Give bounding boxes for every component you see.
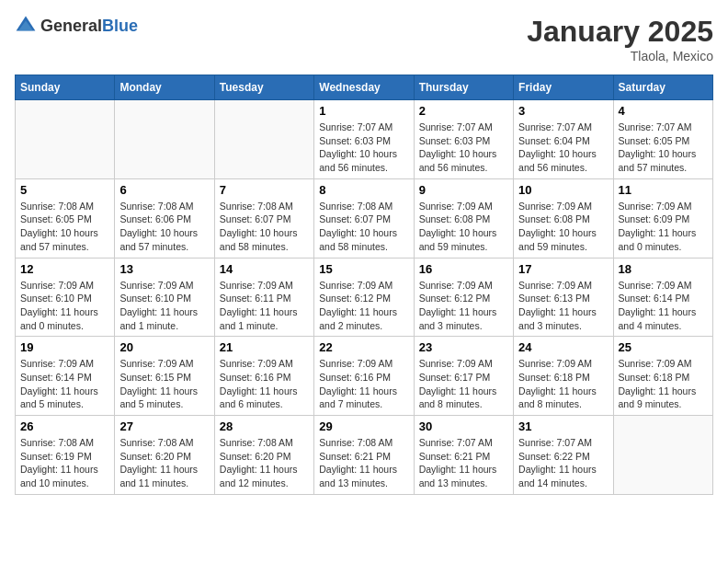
day-number: 7: [220, 183, 309, 197]
page-header: GeneralBlue January 2025 Tlaola, Mexico: [15, 15, 713, 63]
day-cell-9: 9Sunrise: 7:09 AMSunset: 6:08 PMDaylight…: [414, 178, 513, 258]
logo-text-general: General: [40, 17, 102, 35]
week-row-1: 1Sunrise: 7:07 AMSunset: 6:03 PMDaylight…: [16, 100, 713, 179]
day-number: 28: [220, 419, 309, 433]
day-number: 18: [619, 262, 708, 276]
day-cell-21: 21Sunrise: 7:09 AMSunset: 6:16 PMDayligh…: [214, 337, 313, 416]
day-info: Sunrise: 7:07 AMSunset: 6:03 PMDaylight:…: [419, 121, 508, 175]
day-number: 24: [518, 340, 608, 354]
day-info: Sunrise: 7:09 AMSunset: 6:10 PMDaylight:…: [119, 279, 209, 333]
day-cell-31: 31Sunrise: 7:07 AMSunset: 6:22 PMDayligh…: [514, 416, 613, 495]
empty-cell: [214, 100, 313, 179]
day-info: Sunrise: 7:09 AMSunset: 6:16 PMDaylight:…: [319, 357, 408, 411]
day-cell-16: 16Sunrise: 7:09 AMSunset: 6:12 PMDayligh…: [414, 258, 513, 337]
logo-text-blue: Blue: [102, 17, 138, 35]
day-info: Sunrise: 7:09 AMSunset: 6:10 PMDaylight:…: [20, 279, 109, 333]
logo-icon: [15, 15, 37, 37]
day-info: Sunrise: 7:08 AMSunset: 6:19 PMDaylight:…: [20, 436, 109, 490]
day-info: Sunrise: 7:09 AMSunset: 6:12 PMDaylight:…: [419, 279, 508, 333]
day-info: Sunrise: 7:09 AMSunset: 6:18 PMDaylight:…: [518, 357, 608, 411]
day-info: Sunrise: 7:07 AMSunset: 6:21 PMDaylight:…: [419, 436, 508, 490]
day-number: 14: [220, 262, 309, 276]
day-info: Sunrise: 7:08 AMSunset: 6:20 PMDaylight:…: [220, 436, 309, 490]
day-cell-2: 2Sunrise: 7:07 AMSunset: 6:03 PMDaylight…: [414, 100, 513, 179]
day-cell-5: 5Sunrise: 7:08 AMSunset: 6:05 PMDaylight…: [16, 178, 115, 258]
day-info: Sunrise: 7:07 AMSunset: 6:22 PMDaylight:…: [518, 436, 608, 490]
week-row-3: 12Sunrise: 7:09 AMSunset: 6:10 PMDayligh…: [16, 258, 713, 337]
day-header-wednesday: Wednesday: [314, 75, 414, 100]
day-header-tuesday: Tuesday: [214, 75, 313, 100]
day-info: Sunrise: 7:08 AMSunset: 6:20 PMDaylight:…: [119, 436, 209, 490]
day-cell-10: 10Sunrise: 7:09 AMSunset: 6:08 PMDayligh…: [514, 178, 613, 258]
day-cell-12: 12Sunrise: 7:09 AMSunset: 6:10 PMDayligh…: [16, 258, 115, 337]
empty-cell: [613, 416, 712, 495]
day-info: Sunrise: 7:08 AMSunset: 6:07 PMDaylight:…: [319, 200, 408, 254]
day-cell-15: 15Sunrise: 7:09 AMSunset: 6:12 PMDayligh…: [314, 258, 414, 337]
week-row-5: 26Sunrise: 7:08 AMSunset: 6:19 PMDayligh…: [16, 416, 713, 495]
day-info: Sunrise: 7:08 AMSunset: 6:21 PMDaylight:…: [319, 436, 408, 490]
day-cell-14: 14Sunrise: 7:09 AMSunset: 6:11 PMDayligh…: [214, 258, 313, 337]
day-header-monday: Monday: [115, 75, 214, 100]
day-number: 1: [319, 104, 408, 118]
day-header-saturday: Saturday: [613, 75, 712, 100]
day-info: Sunrise: 7:07 AMSunset: 6:04 PMDaylight:…: [518, 121, 608, 175]
title-block: January 2025 Tlaola, Mexico: [527, 15, 713, 63]
day-cell-25: 25Sunrise: 7:09 AMSunset: 6:18 PMDayligh…: [613, 337, 712, 416]
empty-cell: [16, 100, 115, 179]
day-cell-20: 20Sunrise: 7:09 AMSunset: 6:15 PMDayligh…: [115, 337, 214, 416]
day-number: 6: [119, 183, 209, 197]
day-number: 10: [518, 183, 608, 197]
day-header-friday: Friday: [514, 75, 613, 100]
day-number: 20: [119, 340, 209, 354]
day-info: Sunrise: 7:09 AMSunset: 6:08 PMDaylight:…: [518, 200, 608, 254]
day-cell-19: 19Sunrise: 7:09 AMSunset: 6:14 PMDayligh…: [16, 337, 115, 416]
day-info: Sunrise: 7:09 AMSunset: 6:17 PMDaylight:…: [419, 357, 508, 411]
day-info: Sunrise: 7:09 AMSunset: 6:15 PMDaylight:…: [119, 357, 209, 411]
day-number: 12: [20, 262, 109, 276]
day-number: 19: [20, 340, 109, 354]
day-number: 5: [20, 183, 109, 197]
day-header-thursday: Thursday: [414, 75, 513, 100]
day-cell-28: 28Sunrise: 7:08 AMSunset: 6:20 PMDayligh…: [214, 416, 313, 495]
day-info: Sunrise: 7:09 AMSunset: 6:09 PMDaylight:…: [619, 200, 708, 254]
day-info: Sunrise: 7:09 AMSunset: 6:08 PMDaylight:…: [419, 200, 508, 254]
day-info: Sunrise: 7:09 AMSunset: 6:14 PMDaylight:…: [619, 279, 708, 333]
day-info: Sunrise: 7:09 AMSunset: 6:14 PMDaylight:…: [20, 357, 109, 411]
day-number: 13: [119, 262, 209, 276]
day-cell-3: 3Sunrise: 7:07 AMSunset: 6:04 PMDaylight…: [514, 100, 613, 179]
day-info: Sunrise: 7:09 AMSunset: 6:12 PMDaylight:…: [319, 279, 408, 333]
day-number: 30: [419, 419, 508, 433]
day-number: 25: [619, 340, 708, 354]
location: Tlaola, Mexico: [527, 49, 713, 63]
day-info: Sunrise: 7:09 AMSunset: 6:11 PMDaylight:…: [220, 279, 309, 333]
week-row-4: 19Sunrise: 7:09 AMSunset: 6:14 PMDayligh…: [16, 337, 713, 416]
day-info: Sunrise: 7:08 AMSunset: 6:05 PMDaylight:…: [20, 200, 109, 254]
day-info: Sunrise: 7:07 AMSunset: 6:05 PMDaylight:…: [619, 121, 708, 175]
day-cell-18: 18Sunrise: 7:09 AMSunset: 6:14 PMDayligh…: [613, 258, 712, 337]
day-number: 3: [518, 104, 608, 118]
day-cell-24: 24Sunrise: 7:09 AMSunset: 6:18 PMDayligh…: [514, 337, 613, 416]
day-cell-1: 1Sunrise: 7:07 AMSunset: 6:03 PMDaylight…: [314, 100, 414, 179]
logo: GeneralBlue: [15, 15, 138, 37]
day-number: 21: [220, 340, 309, 354]
day-cell-17: 17Sunrise: 7:09 AMSunset: 6:13 PMDayligh…: [514, 258, 613, 337]
day-cell-11: 11Sunrise: 7:09 AMSunset: 6:09 PMDayligh…: [613, 178, 712, 258]
day-number: 16: [419, 262, 508, 276]
day-number: 9: [419, 183, 508, 197]
day-info: Sunrise: 7:08 AMSunset: 6:07 PMDaylight:…: [220, 200, 309, 254]
day-cell-13: 13Sunrise: 7:09 AMSunset: 6:10 PMDayligh…: [115, 258, 214, 337]
month-title: January 2025: [527, 15, 713, 49]
day-cell-27: 27Sunrise: 7:08 AMSunset: 6:20 PMDayligh…: [115, 416, 214, 495]
day-number: 23: [419, 340, 508, 354]
day-number: 4: [619, 104, 708, 118]
day-number: 26: [20, 419, 109, 433]
day-number: 31: [518, 419, 608, 433]
day-number: 29: [319, 419, 408, 433]
day-cell-7: 7Sunrise: 7:08 AMSunset: 6:07 PMDaylight…: [214, 178, 313, 258]
days-header-row: SundayMondayTuesdayWednesdayThursdayFrid…: [16, 75, 713, 100]
day-cell-23: 23Sunrise: 7:09 AMSunset: 6:17 PMDayligh…: [414, 337, 513, 416]
day-cell-26: 26Sunrise: 7:08 AMSunset: 6:19 PMDayligh…: [16, 416, 115, 495]
day-cell-6: 6Sunrise: 7:08 AMSunset: 6:06 PMDaylight…: [115, 178, 214, 258]
day-info: Sunrise: 7:08 AMSunset: 6:06 PMDaylight:…: [119, 200, 209, 254]
day-cell-8: 8Sunrise: 7:08 AMSunset: 6:07 PMDaylight…: [314, 178, 414, 258]
